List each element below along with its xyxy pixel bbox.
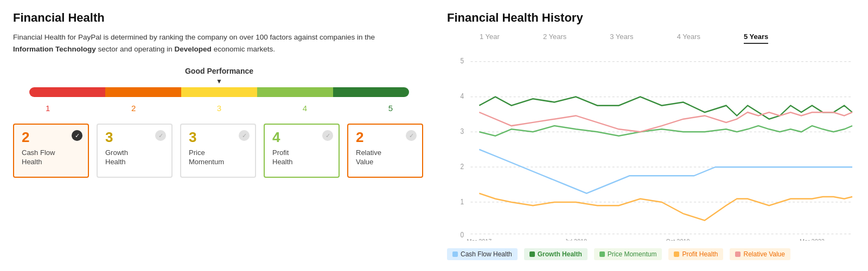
gauge-label: Good Performance xyxy=(185,67,253,75)
desc-text-3: economic markets. xyxy=(212,45,275,53)
legend-label-growth: Growth Health xyxy=(538,250,582,258)
line-relative-value xyxy=(479,193,852,221)
gauge-seg-1 xyxy=(29,87,105,97)
time-3years[interactable]: 3 Years xyxy=(610,33,633,44)
legend-dot-growth xyxy=(529,251,535,257)
gauge-seg-2 xyxy=(105,87,181,97)
card-price-momentum[interactable]: 3 ✓ PriceMomentum xyxy=(180,124,256,178)
gauge-seg-4 xyxy=(257,87,333,97)
card-relative-value-check: ✓ xyxy=(406,130,417,141)
tick-1: 1 xyxy=(46,104,50,113)
card-price-momentum-label: PriceMomentum xyxy=(189,149,247,167)
svg-text:1: 1 xyxy=(460,197,464,206)
card-profit-label: ProfitHealth xyxy=(272,149,331,167)
gauge-seg-3 xyxy=(181,87,257,97)
tick-2: 2 xyxy=(131,104,136,113)
chart-legend: Cash Flow Health Growth Health Price Mom… xyxy=(447,248,855,260)
legend-dot-relative-value xyxy=(735,251,741,257)
legend-price-momentum[interactable]: Price Momentum xyxy=(594,248,662,260)
card-cash-flow-label: Cash FlowHealth xyxy=(22,149,80,167)
right-panel: Financial Health History 1 Year 2 Years … xyxy=(447,11,855,260)
line-price-momentum xyxy=(479,126,852,136)
card-profit-check: ✓ xyxy=(322,130,333,141)
legend-dot-cash-flow xyxy=(452,251,458,257)
svg-text:Jul 2018: Jul 2018 xyxy=(565,237,587,241)
legend-label-cash-flow: Cash Flow Health xyxy=(461,250,512,258)
legend-dot-price-momentum xyxy=(599,251,605,257)
panel-title: Financial Health xyxy=(13,11,425,25)
svg-text:5: 5 xyxy=(460,56,464,66)
card-growth-check: ✓ xyxy=(155,130,166,141)
gauge-ticks: 1 2 3 4 5 xyxy=(29,104,409,113)
legend-label-price-momentum: Price Momentum xyxy=(608,250,657,258)
panel-description: Financial Health for PayPal is determine… xyxy=(13,31,404,55)
svg-text:3: 3 xyxy=(460,127,464,136)
legend-label-profit: Profit Health xyxy=(682,250,718,258)
line-profit xyxy=(479,112,852,132)
desc-text-1: Financial Health for PayPal is determine… xyxy=(13,33,375,41)
time-1year[interactable]: 1 Year xyxy=(480,33,500,44)
card-cash-flow-check: ✓ xyxy=(72,130,82,141)
card-cash-flow[interactable]: 2 ✓ Cash FlowHealth xyxy=(13,124,89,178)
gauge-seg-5 xyxy=(333,87,409,97)
legend-label-relative-value: Relative Value xyxy=(743,250,785,258)
card-relative-value-label: RelativeValue xyxy=(356,149,414,167)
card-growth[interactable]: 3 ✓ GrowthHealth xyxy=(97,124,173,178)
time-selector: 1 Year 2 Years 3 Years 4 Years 5 Years xyxy=(447,33,855,44)
legend-cash-flow[interactable]: Cash Flow Health xyxy=(447,248,518,260)
card-relative-value[interactable]: 2 ✓ RelativeValue xyxy=(347,124,423,178)
desc-bold-2: Developed xyxy=(175,45,212,53)
svg-text:Mar 2017: Mar 2017 xyxy=(467,237,492,241)
line-growth xyxy=(479,97,852,119)
legend-relative-value[interactable]: Relative Value xyxy=(730,248,790,260)
tick-5: 5 xyxy=(388,104,393,113)
time-4years[interactable]: 4 Years xyxy=(677,33,700,44)
gauge-bar xyxy=(29,87,409,97)
left-panel: Financial Health Financial Health for Pa… xyxy=(13,11,425,260)
legend-growth[interactable]: Growth Health xyxy=(524,248,588,260)
line-cash-flow xyxy=(479,150,852,193)
svg-text:Oct 2019: Oct 2019 xyxy=(666,237,690,241)
legend-profit[interactable]: Profit Health xyxy=(668,248,723,260)
desc-text-2: sector and operating in xyxy=(96,45,175,53)
legend-dot-profit xyxy=(674,251,679,257)
chart-svg: 5 4 3 2 1 0 Mar 2017 Jul 2018 Oct 2019 M… xyxy=(447,51,855,241)
time-2years[interactable]: 2 Years xyxy=(543,33,566,44)
card-price-momentum-check: ✓ xyxy=(239,130,250,141)
card-growth-label: GrowthHealth xyxy=(105,149,164,167)
svg-text:0: 0 xyxy=(460,230,464,239)
card-profit[interactable]: 4 ✓ ProfitHealth xyxy=(264,124,340,178)
svg-text:2: 2 xyxy=(460,162,464,171)
desc-bold-1: Information Technology xyxy=(13,45,96,53)
svg-text:4: 4 xyxy=(460,92,464,101)
gauge-section: Good Performance 1 2 3 4 5 xyxy=(13,67,425,113)
tick-3: 3 xyxy=(217,104,221,113)
svg-text:Mar 2022: Mar 2022 xyxy=(800,237,825,241)
chart-area: 5 4 3 2 1 0 Mar 2017 Jul 2018 Oct 2019 M… xyxy=(447,51,855,241)
chart-title: Financial Health History xyxy=(447,11,855,25)
score-cards: 2 ✓ Cash FlowHealth 3 ✓ GrowthHealth 3 ✓… xyxy=(13,124,425,178)
time-5years[interactable]: 5 Years xyxy=(744,33,768,44)
tick-4: 4 xyxy=(303,104,307,113)
